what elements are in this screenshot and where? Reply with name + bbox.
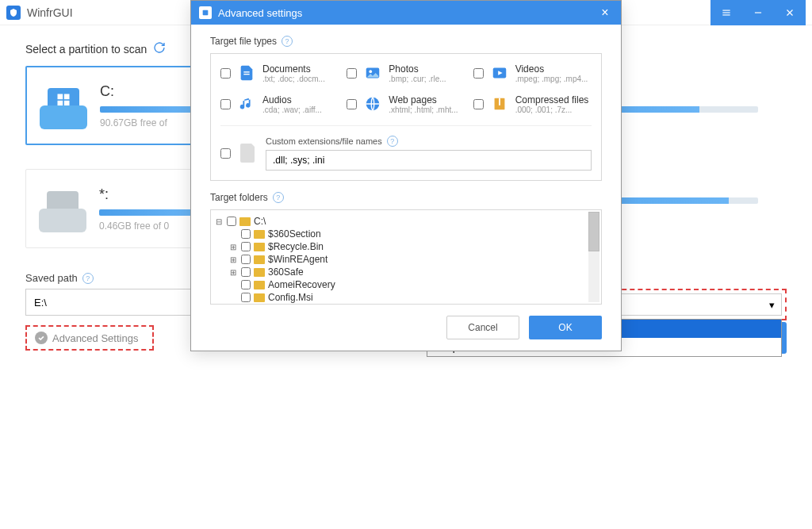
target-file-types-label: Target file types bbox=[210, 36, 277, 47]
modal-title-bar: Advanced settings × bbox=[191, 1, 621, 25]
filetype-checkbox[interactable] bbox=[473, 68, 484, 79]
filetype-compressed[interactable]: Compressed files.000; .001; .7z... bbox=[473, 94, 592, 114]
tree-row[interactable]: ⊞360Safe bbox=[214, 266, 598, 278]
custom-extensions-row: Custom extensions/file names ? bbox=[220, 125, 592, 171]
svg-rect-10 bbox=[203, 10, 209, 16]
ok-button[interactable]: OK bbox=[529, 316, 602, 339]
filetype-checkbox[interactable] bbox=[220, 68, 231, 79]
cancel-button[interactable]: Cancel bbox=[446, 316, 519, 339]
advanced-settings-modal: Advanced settings × Target file types ? … bbox=[190, 0, 622, 351]
help-icon[interactable]: ? bbox=[282, 36, 293, 47]
webpages-icon bbox=[363, 94, 382, 113]
svg-rect-19 bbox=[499, 98, 500, 105]
filetype-documents[interactable]: Documents.txt; .doc; .docm... bbox=[220, 63, 339, 83]
tree-row[interactable]: Documents and Settings bbox=[214, 304, 598, 305]
folder-icon bbox=[254, 255, 265, 264]
filetype-photos[interactable]: Photos.bmp; .cur; .rle... bbox=[347, 63, 465, 83]
compressed-icon bbox=[490, 94, 509, 113]
folder-icon bbox=[254, 268, 265, 277]
folder-tree[interactable]: ⊟C:\ $360Section ⊞$Recycle.Bin ⊞$WinREAg… bbox=[210, 209, 602, 305]
filetype-webpages[interactable]: Web pages.xhtml; .html; .mht... bbox=[347, 94, 465, 114]
custom-ext-checkbox[interactable] bbox=[220, 148, 231, 159]
filetype-checkbox[interactable] bbox=[220, 99, 231, 109]
folder-icon bbox=[254, 293, 265, 302]
modal-icon bbox=[199, 6, 212, 19]
audios-icon bbox=[237, 94, 256, 113]
filetype-videos[interactable]: Videos.mpeg; .mpg; .mp4... bbox=[473, 63, 592, 83]
target-folders-label: Target folders bbox=[210, 192, 268, 203]
modal-actions: Cancel OK bbox=[210, 316, 602, 339]
folder-icon bbox=[254, 230, 265, 239]
help-icon[interactable]: ? bbox=[273, 192, 284, 203]
modal-overlay: Advanced settings × Target file types ? … bbox=[0, 0, 812, 529]
scrollbar[interactable] bbox=[588, 212, 599, 302]
folder-icon bbox=[239, 217, 251, 226]
filetype-checkbox[interactable] bbox=[347, 99, 357, 109]
tree-row[interactable]: AomeiRecovery bbox=[214, 278, 598, 291]
help-icon[interactable]: ? bbox=[387, 136, 398, 147]
tree-row[interactable]: ⊞$Recycle.Bin bbox=[214, 240, 598, 253]
modal-title-text: Advanced settings bbox=[218, 7, 302, 19]
folder-icon bbox=[254, 281, 265, 289]
filetype-audios[interactable]: Audios.cda; .wav; .aiff... bbox=[220, 94, 339, 114]
folder-icon bbox=[254, 243, 265, 251]
filetype-checkbox[interactable] bbox=[347, 68, 357, 79]
tree-row[interactable]: $360Section bbox=[214, 228, 598, 240]
photos-icon bbox=[363, 63, 382, 82]
documents-icon bbox=[237, 63, 256, 82]
tree-row[interactable]: ⊞$WinREAgent bbox=[214, 253, 598, 266]
videos-icon bbox=[490, 63, 509, 82]
tree-row-root[interactable]: ⊟C:\ bbox=[214, 215, 598, 228]
custom-ext-icon bbox=[239, 142, 258, 164]
filetype-checkbox[interactable] bbox=[473, 99, 484, 109]
svg-rect-11 bbox=[243, 71, 249, 72]
svg-point-14 bbox=[370, 70, 373, 73]
modal-close-button[interactable]: × bbox=[597, 6, 613, 20]
custom-ext-input[interactable] bbox=[266, 150, 592, 171]
custom-ext-label: Custom extensions/file names bbox=[266, 136, 382, 146]
file-types-box: Documents.txt; .doc; .docm... Photos.bmp… bbox=[210, 53, 602, 181]
svg-rect-12 bbox=[243, 74, 249, 75]
tree-row[interactable]: Config.Msi bbox=[214, 291, 598, 304]
